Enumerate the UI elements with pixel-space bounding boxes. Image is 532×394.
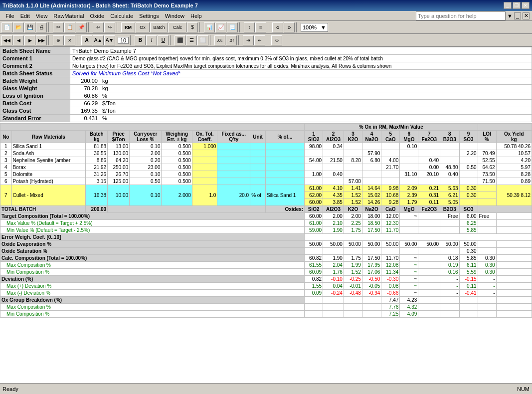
filter-button[interactable]: ≡	[255, 22, 266, 32]
cmax-na2o: 17.95	[362, 262, 381, 269]
row4-so3: 0.50	[459, 164, 478, 171]
indent-btn[interactable]: ⇥	[243, 35, 254, 45]
row1-so3	[459, 143, 478, 150]
status-label: Batch Sheet Status	[0, 70, 70, 77]
paste-button[interactable]: 📌	[76, 22, 87, 32]
align-center-btn[interactable]: ☰	[186, 35, 197, 45]
tb2-del-btn[interactable]: ✕	[64, 35, 75, 45]
print-button[interactable]: 🖨	[36, 22, 47, 32]
bold-button[interactable]: B	[135, 35, 146, 45]
row1-sio2: 98.00	[305, 143, 323, 150]
row6-b2o3	[440, 178, 459, 185]
save-button[interactable]: 💾	[24, 22, 35, 32]
tb2-btn4[interactable]: ▶▶	[36, 35, 47, 45]
tb2-btn2[interactable]: ◀	[13, 35, 24, 45]
rawmat-button[interactable]: RM	[121, 22, 135, 32]
menu-window[interactable]: Window	[162, 12, 187, 19]
chart2-button[interactable]: 📈	[215, 22, 226, 32]
dec2-btn[interactable]: .0↑	[226, 35, 237, 45]
restore-button[interactable]: ❐	[513, 2, 521, 9]
help-dropdown-icon[interactable]: ▼	[507, 13, 513, 19]
tb2-btn3[interactable]: ▶	[24, 35, 35, 45]
dec1-btn[interactable]: .0↓	[214, 35, 225, 45]
oxide-button[interactable]: Ox	[136, 22, 150, 32]
ogmax-mgo: 4.32	[400, 304, 418, 311]
zoom-out-button[interactable]: «	[272, 22, 283, 32]
help-min-icon[interactable]: _	[514, 12, 521, 19]
undo-button[interactable]: ↩	[93, 22, 104, 32]
tb2-btn1[interactable]: ◀◀	[1, 35, 12, 45]
align-left-btn[interactable]: ⬛	[175, 35, 185, 45]
row1-al2o3: 0.34	[323, 143, 344, 150]
menu-edit[interactable]: Edit	[17, 12, 33, 19]
menu-view[interactable]: View	[33, 12, 51, 19]
tb2-fontdown-btn[interactable]: A▼	[104, 35, 115, 45]
align-right-btn[interactable]: ⬜	[197, 35, 208, 45]
row6-weighing: 0.500	[162, 178, 192, 185]
row3-cao: 4.00	[381, 157, 400, 164]
new-button[interactable]: 📄	[1, 22, 12, 32]
outdent-btn[interactable]: ⇤	[254, 35, 265, 45]
ox-group-row: Ox Group Breakdown (%) 7.47 4.23	[0, 297, 532, 304]
calc-loi: 0.30	[478, 255, 496, 262]
calc-button[interactable]: Calc	[169, 22, 186, 32]
menu-calculate[interactable]: Calculate	[107, 12, 136, 19]
window-controls[interactable]: _ ❐ ✕	[504, 2, 530, 9]
chart1-button[interactable]: 📊	[204, 22, 215, 32]
table-row: 3 Nepheline Syenite (amber 8.86 64.20 0.…	[0, 157, 532, 164]
row4-qty	[217, 164, 250, 171]
zoom-dropdown-icon[interactable]: ▼	[321, 24, 326, 30]
oxides-label: Oxides:	[265, 206, 304, 213]
redo-button[interactable]: ↪	[104, 22, 115, 32]
tb2-font-btn[interactable]: A	[81, 35, 92, 45]
currency-button[interactable]: $	[187, 22, 198, 32]
dev-k2o: -0.25	[344, 276, 362, 283]
row3-batch: 8.86	[86, 157, 108, 164]
maxval-fe2o3	[418, 220, 440, 227]
row6-carryover: 0.50	[130, 178, 162, 185]
batch-button[interactable]: Batch	[150, 22, 168, 32]
max-val-row: Max Value % (Default = Target + 2.5%) 61…	[0, 220, 532, 227]
sort-button[interactable]: ↕	[244, 22, 255, 32]
menu-oxide[interactable]: Oxide	[87, 12, 108, 19]
help-close-icon[interactable]: ✕	[523, 12, 530, 19]
open-button[interactable]: 📂	[13, 22, 24, 32]
close-button[interactable]: ✕	[522, 2, 530, 9]
dmin-fe2o3	[418, 290, 440, 297]
minval-b2o3	[440, 227, 459, 234]
copy-button[interactable]: 📋	[64, 22, 75, 32]
sep-t2-2	[77, 35, 80, 45]
cut-button[interactable]: ✂	[53, 22, 64, 32]
report-button[interactable]: 📃	[227, 22, 238, 32]
cmax-k2o: 1.99	[344, 262, 362, 269]
row5-pctof	[265, 171, 304, 178]
font-size-value[interactable]: 10	[118, 37, 129, 44]
dmin-so3: -0.41	[459, 290, 478, 297]
tb2-copy-btn[interactable]: ⊕	[53, 35, 64, 45]
smiley-btn[interactable]: ☺	[271, 35, 282, 45]
menu-help[interactable]: Help	[187, 12, 205, 19]
row7-cao-3: 9.28	[381, 199, 400, 206]
row4-oxtol	[192, 164, 217, 171]
evap-k2o: 50.00	[344, 241, 362, 248]
row6-cao	[381, 178, 400, 185]
help-input[interactable]	[416, 11, 506, 20]
minval-sio2: 59.00	[305, 227, 323, 234]
zoom-box[interactable]: 100% ▼	[301, 23, 328, 32]
zoom-in-button[interactable]: »	[284, 22, 295, 32]
menu-rawmaterial[interactable]: RawMaterial	[50, 12, 87, 19]
row4-b2o3: 48.80	[440, 164, 459, 171]
menu-file[interactable]: File	[2, 12, 17, 19]
minimize-button[interactable]: _	[504, 2, 512, 9]
mgo-header: 6MgO	[400, 131, 418, 143]
row7-pctof: Silica Sand 1	[265, 185, 304, 206]
sep-t2-5	[210, 35, 213, 45]
tb2-fontup-btn[interactable]: A▲	[93, 35, 104, 45]
menu-settings[interactable]: Settings	[136, 12, 162, 19]
row7-unit: % of	[250, 185, 266, 206]
target-al2o3: 2.00	[323, 213, 344, 220]
underline-button[interactable]: U	[158, 35, 169, 45]
row6-price: 125.00	[108, 178, 130, 185]
row4-sio2	[305, 164, 323, 171]
italic-button[interactable]: I	[146, 35, 157, 45]
